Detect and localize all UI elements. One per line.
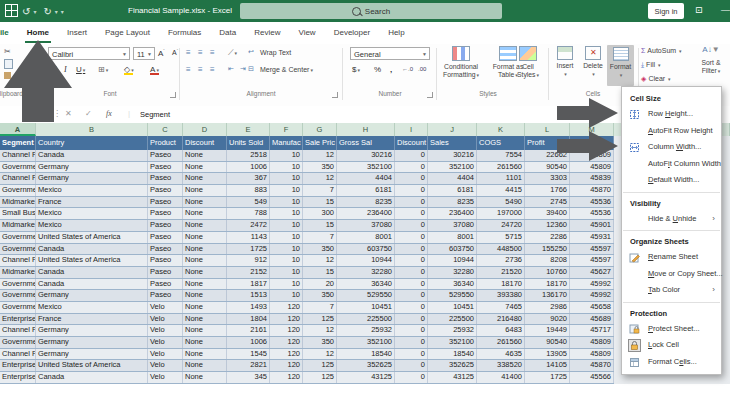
table-header-cell[interactable]: Manufac xyxy=(270,136,303,150)
copy-icon[interactable] xyxy=(4,59,13,69)
cell[interactable]: 24720 xyxy=(477,220,525,231)
cell[interactable]: 6483 xyxy=(477,325,525,336)
cell[interactable]: 21520 xyxy=(477,267,525,278)
menu-item-move-or-copy-sheet[interactable]: Move or Copy Sheet... xyxy=(622,266,721,283)
cell[interactable]: Governme xyxy=(0,337,36,348)
cell[interactable]: 0 xyxy=(395,337,428,348)
cell[interactable]: 45809 xyxy=(570,150,614,161)
cell[interactable]: Midmarke xyxy=(0,267,36,278)
cell[interactable]: 120 xyxy=(270,314,303,325)
cut-icon[interactable]: ✂ xyxy=(4,47,11,56)
cell[interactable]: Paseo xyxy=(148,173,183,184)
tab-review[interactable]: Review xyxy=(245,22,289,44)
column-header-D[interactable]: D xyxy=(183,123,227,136)
wrap-text-button[interactable]: Wrap Text xyxy=(260,49,291,56)
font-name-select[interactable]: Calibri▼ xyxy=(48,47,130,60)
cell[interactable]: 39400 xyxy=(525,208,570,219)
cell[interactable]: 19449 xyxy=(525,325,570,336)
cell[interactable]: Velo xyxy=(148,314,183,325)
table-header-cell[interactable]: Product xyxy=(148,136,183,150)
cell[interactable]: 352625 xyxy=(337,360,395,371)
cell[interactable]: None xyxy=(183,162,227,173)
cell[interactable]: 788 xyxy=(227,208,270,219)
cell[interactable]: 352625 xyxy=(428,360,477,371)
cell[interactable]: Mexico xyxy=(36,302,148,313)
cell[interactable]: 352100 xyxy=(337,337,395,348)
cell[interactable]: Paseo xyxy=(148,255,183,266)
cell[interactable]: 32280 xyxy=(337,267,395,278)
cell[interactable]: Paseo xyxy=(148,197,183,208)
cell[interactable]: 10944 xyxy=(428,255,477,266)
cell[interactable]: 10 xyxy=(270,220,303,231)
cell[interactable]: 45597 xyxy=(570,255,614,266)
cell[interactable]: 1766 xyxy=(525,185,570,196)
cell[interactable]: 12360 xyxy=(525,220,570,231)
cell[interactable]: Channel P xyxy=(0,349,36,360)
cell[interactable]: 2986 xyxy=(525,302,570,313)
cell[interactable]: 7 xyxy=(303,302,337,313)
cell[interactable]: 25932 xyxy=(428,325,477,336)
cell[interactable]: None xyxy=(183,360,227,371)
cell[interactable]: Paseo xyxy=(148,244,183,255)
cell[interactable]: Germany xyxy=(36,349,148,360)
cell[interactable]: Canada xyxy=(36,150,148,161)
cell[interactable]: 912 xyxy=(227,255,270,266)
cell[interactable]: Velo xyxy=(148,325,183,336)
cell[interactable]: 0 xyxy=(395,267,428,278)
sign-in-button[interactable]: Sign in xyxy=(648,3,684,19)
cell[interactable]: 120 xyxy=(270,360,303,371)
cell[interactable]: Canada xyxy=(36,279,148,290)
customize-qat-icon[interactable]: ▾ xyxy=(61,8,64,15)
cell[interactable]: 2286 xyxy=(525,232,570,243)
cell[interactable]: 10451 xyxy=(337,302,395,313)
table-header-cell[interactable]: Date xyxy=(570,136,614,150)
cell[interactable]: 125 xyxy=(303,360,337,371)
cell[interactable]: 0 xyxy=(395,220,428,231)
cell[interactable]: None xyxy=(183,267,227,278)
cell[interactable]: 136170 xyxy=(525,290,570,301)
column-header-F[interactable]: F xyxy=(270,123,303,136)
cell[interactable]: None xyxy=(183,314,227,325)
format-button[interactable]: Format▾ xyxy=(607,45,634,86)
cell[interactable]: 0 xyxy=(395,372,428,383)
cell[interactable]: 8235 xyxy=(428,197,477,208)
menu-item-autofit-column-width[interactable]: AutoFit Column Width xyxy=(622,156,721,173)
tab-view[interactable]: View xyxy=(289,22,324,44)
cell[interactable]: 2161 xyxy=(227,325,270,336)
tab-home[interactable]: Home xyxy=(18,22,58,44)
table-header-cell[interactable]: Discount xyxy=(395,136,428,150)
cell[interactable]: 45689 xyxy=(570,314,614,325)
cell[interactable]: 261560 xyxy=(477,162,525,173)
cell[interactable]: 350 xyxy=(303,244,337,255)
cell[interactable]: None xyxy=(183,372,227,383)
cell[interactable]: 603750 xyxy=(337,244,395,255)
cell[interactable]: Canada xyxy=(36,267,148,278)
cell[interactable]: 15 xyxy=(303,267,337,278)
align-bottom-icon[interactable]: ≡ xyxy=(210,48,215,57)
cell[interactable]: 120 xyxy=(270,302,303,313)
search-input[interactable]: Search xyxy=(240,3,502,19)
cell[interactable]: Paseo xyxy=(148,279,183,290)
table-header-cell[interactable]: COGS xyxy=(477,136,525,150)
excel-logo-icon[interactable] xyxy=(5,4,18,17)
cell[interactable]: Governme xyxy=(0,244,36,255)
cell[interactable]: 448500 xyxy=(477,244,525,255)
cell[interactable]: 2518 xyxy=(227,150,270,161)
column-header-I[interactable]: I xyxy=(395,123,428,136)
cell[interactable]: 225500 xyxy=(337,314,395,325)
cell[interactable]: None xyxy=(183,337,227,348)
cancel-entry-icon[interactable]: ✕ xyxy=(65,109,72,118)
conditional-formatting-button[interactable]: Conditional Formatting▾ xyxy=(438,46,484,79)
cell[interactable]: France xyxy=(36,314,148,325)
cell[interactable]: None xyxy=(183,185,227,196)
table-header-cell[interactable]: Units Sold xyxy=(227,136,270,150)
cell[interactable]: 10 xyxy=(270,267,303,278)
cell[interactable]: 45809 xyxy=(570,162,614,173)
cell[interactable]: Paseo xyxy=(148,220,183,231)
cell[interactable]: 45992 xyxy=(570,290,614,301)
cell[interactable]: None xyxy=(183,232,227,243)
decrease-indent-icon[interactable]: ⇤ xyxy=(228,65,234,73)
cell[interactable]: 0 xyxy=(395,255,428,266)
cell[interactable]: 13905 xyxy=(525,349,570,360)
cell[interactable]: 236400 xyxy=(428,208,477,219)
